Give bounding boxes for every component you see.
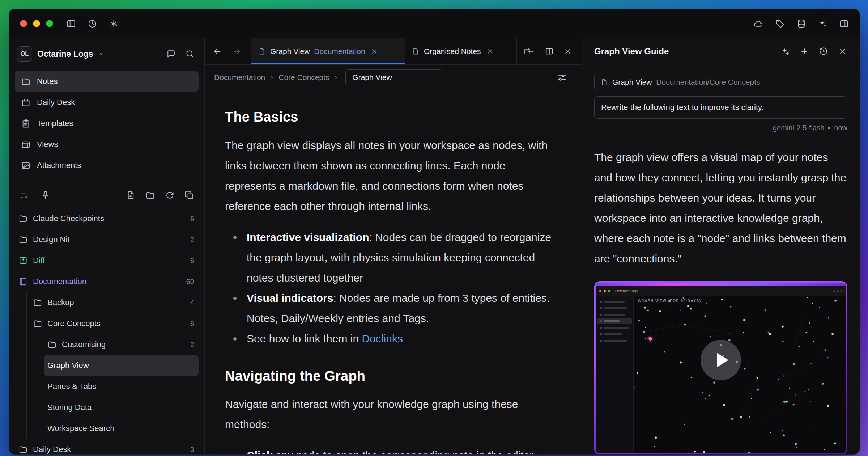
tree-item-count: 2	[190, 236, 194, 244]
play-icon	[717, 353, 728, 367]
section-heading: The Basics	[225, 109, 553, 126]
chevron-down-icon	[98, 51, 105, 57]
close-window-button[interactable]	[20, 20, 27, 27]
cloud-icon[interactable]	[754, 19, 763, 29]
copy-icon[interactable]	[184, 190, 194, 200]
tree-item-documentation[interactable]: Documentation60	[15, 271, 199, 292]
titlebar	[9, 9, 860, 38]
view-options-icon[interactable]	[557, 72, 567, 83]
tree-item-backup[interactable]: Backup4	[29, 292, 199, 313]
sort-icon[interactable]	[19, 190, 29, 200]
zoom-window-button[interactable]	[46, 20, 53, 27]
doclinks-link[interactable]: Doclinks	[362, 333, 403, 345]
main-pane: Graph ViewDocumentationOrganised NotesFr…	[205, 38, 582, 454]
plus-icon[interactable]	[800, 47, 809, 56]
pin-icon[interactable]	[41, 190, 50, 200]
database-icon[interactable]	[796, 19, 806, 29]
sidebar-nav: NotesDaily DeskTemplatesViewsAttachments	[9, 66, 204, 178]
tag-icon[interactable]	[775, 19, 785, 29]
x-icon[interactable]	[838, 47, 847, 56]
sparkles-icon[interactable]	[818, 19, 827, 29]
back-button[interactable]	[213, 47, 222, 56]
tab-close-icon[interactable]	[370, 47, 378, 55]
note-title-input[interactable]: Graph View	[345, 69, 442, 85]
folder-icon[interactable]	[145, 190, 155, 200]
context-note-chip[interactable]: Graph View Documentation/Core Concepts	[594, 74, 766, 90]
editor-content: The Basics The graph view displays all n…	[205, 90, 582, 454]
tab-subtitle: Documentation	[314, 47, 365, 56]
tree-item-claude-checkpoints[interactable]: Claude Checkpoints6	[15, 208, 199, 229]
file-icon	[600, 79, 608, 86]
tab-graph-view[interactable]: Graph ViewDocumentation	[251, 38, 405, 64]
chat-icon[interactable]	[166, 49, 176, 59]
sidebar-item-templates[interactable]: Templates	[15, 113, 199, 134]
sparkle-plus-icon[interactable]	[780, 47, 790, 56]
refresh-icon[interactable]	[165, 190, 175, 200]
file-icon	[258, 47, 266, 55]
tab-bar: Graph ViewDocumentationOrganised NotesFr…	[205, 38, 582, 65]
play-button[interactable]	[701, 340, 741, 380]
sidebar-item-attachments[interactable]: Attachments	[15, 155, 199, 176]
tree-guide-line	[26, 292, 27, 439]
sidebar-item-views[interactable]: Views	[15, 134, 199, 155]
sidebar-item-label: Attachments	[37, 161, 81, 170]
mini-zoom-dot	[608, 290, 610, 292]
breadcrumb-part[interactable]: Documentation	[214, 73, 265, 82]
breadcrumb-part[interactable]: Core Concepts	[278, 73, 329, 82]
tree-item-graph-view[interactable]: Graph View	[44, 355, 199, 376]
dot-separator	[828, 127, 830, 129]
minimize-window-button[interactable]	[33, 20, 40, 27]
mini-sidebar-row	[597, 312, 632, 318]
tree-item-panes-tabs[interactable]: Panes & Tabs	[44, 376, 199, 397]
bullet-list: Interactive visualization: Nodes can be …	[225, 227, 553, 349]
tab-friday-d[interactable]: Friday, D	[517, 38, 530, 64]
x-icon[interactable]	[563, 47, 572, 56]
tab-close-icon[interactable]	[486, 47, 494, 55]
tree-item-storing-data[interactable]: Storing Data	[44, 397, 199, 418]
sidebar-item-daily-desk[interactable]: Daily Desk	[15, 92, 199, 113]
mini-close-dot	[599, 290, 601, 292]
folder-icon	[18, 235, 28, 244]
tree-item-daily-desk[interactable]: Daily Desk3	[15, 439, 199, 454]
workspace-header-icons	[166, 49, 195, 59]
tree-item-label: Panes & Tabs	[47, 382, 96, 391]
bold-text: Click	[247, 449, 273, 454]
titlebar-left-icons	[66, 19, 119, 29]
tree-item-diff[interactable]: Diff6	[15, 250, 199, 271]
search-icon[interactable]	[185, 49, 195, 59]
tree-item-label: Backup	[47, 298, 74, 307]
mini-sidebar	[596, 296, 634, 453]
tab-organised-notes[interactable]: Organised Notes	[405, 38, 517, 64]
table-icon	[21, 140, 31, 149]
clock-icon[interactable]	[88, 19, 97, 29]
folder-tree: Claude Checkpoints6Design Nit2Diff6Docum…	[9, 206, 204, 454]
tree-item-label: Daily Desk	[33, 445, 71, 454]
asterisk-icon[interactable]	[109, 19, 119, 29]
workspace-switcher[interactable]: OL Octarine Logs	[9, 38, 204, 66]
paragraph: Navigate and interact with your knowledg…	[225, 394, 553, 435]
tree-item-label: Claude Checkpoints	[33, 214, 104, 223]
tree-item-label: Customising	[62, 340, 106, 349]
tree-item-label: Diff	[33, 256, 45, 265]
file-plus-icon[interactable]	[126, 190, 136, 200]
tree-item-workspace-search[interactable]: Workspace Search	[44, 418, 199, 439]
tree-item-design-nit[interactable]: Design Nit2	[15, 229, 199, 250]
sidebar-item-notes[interactable]: Notes	[15, 71, 199, 92]
diff-icon	[18, 256, 28, 265]
sidebar-item-label: Templates	[37, 119, 73, 128]
breadcrumb: Documentation Core Concepts Graph View	[205, 65, 582, 90]
tree-item-core-concepts[interactable]: Core Concepts6	[29, 313, 199, 334]
columns-icon[interactable]	[545, 47, 554, 56]
tree-item-customising[interactable]: Customising2	[44, 334, 199, 355]
sidebar-item-label: Notes	[37, 77, 58, 86]
bullet-item: Interactive visualization: Nodes can be …	[242, 227, 553, 288]
forward-button[interactable]	[232, 47, 242, 56]
mini-graph-view: GRAPH VIEW (FOR 90 DAYS)	[634, 296, 846, 453]
tree-item-count: 3	[190, 446, 194, 454]
panel-right-icon[interactable]	[839, 19, 849, 29]
app-body: OL Octarine Logs NotesDaily DeskTemplate…	[9, 38, 860, 454]
panel-left-icon[interactable]	[66, 19, 76, 29]
history-icon[interactable]	[819, 47, 828, 56]
mini-sidebar-row	[597, 299, 632, 305]
video-embed[interactable]: Octarine Logs GRAPH VIEW (FOR 90 DAYS)	[594, 281, 847, 454]
